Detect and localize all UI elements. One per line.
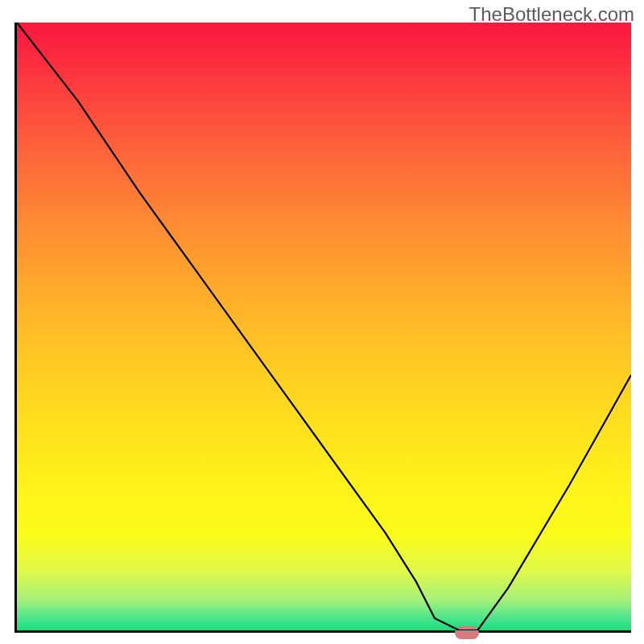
curve-path — [17, 23, 631, 630]
watermark-text: TheBottleneck.com — [469, 3, 634, 26]
chart-container: TheBottleneck.com — [0, 0, 644, 644]
curve-svg — [17, 23, 631, 630]
plot-area — [14, 23, 631, 633]
